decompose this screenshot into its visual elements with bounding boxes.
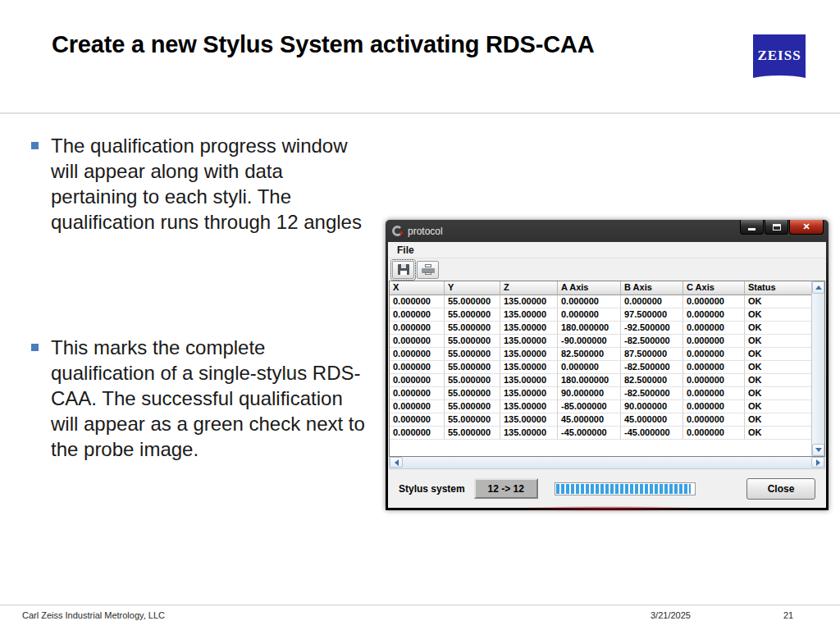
bullet-square-icon xyxy=(31,344,39,351)
table-cell: 0.000000 xyxy=(390,361,445,374)
table-cell: OK xyxy=(745,374,811,387)
stylus-system-label: Stylus system xyxy=(399,483,465,495)
table-cell: 55.000000 xyxy=(445,322,500,335)
table-cell: 97.500000 xyxy=(621,308,683,322)
scroll-up-button[interactable] xyxy=(812,281,824,294)
table-cell: 135.00000 xyxy=(500,400,558,413)
toolbar xyxy=(388,258,826,281)
table-cell: OK xyxy=(745,427,811,440)
table-cell: OK xyxy=(745,295,811,308)
table-cell: OK xyxy=(745,322,811,335)
table-header-row[interactable]: XYZA AxisB AxisC AxisStatus xyxy=(390,281,811,295)
footer-company: Carl Zeiss Industrial Metrology, LLC xyxy=(22,610,165,620)
calypso-app-icon xyxy=(392,226,403,236)
table-cell: 135.00000 xyxy=(500,374,558,387)
table-row[interactable]: 0.00000055.000000135.000000.00000097.500… xyxy=(390,308,811,322)
table-cell: 55.000000 xyxy=(445,308,500,322)
footer-page-number: 21 xyxy=(783,610,793,620)
table-cell: 0.000000 xyxy=(683,413,745,427)
table-row[interactable]: 0.00000055.000000135.000000.0000000.0000… xyxy=(390,295,811,308)
table-cell: 180.000000 xyxy=(558,374,621,387)
table-row[interactable]: 0.00000055.000000135.00000-90.000000-82.… xyxy=(390,335,811,348)
window-title-bar[interactable]: protocol ✕ xyxy=(386,220,829,242)
table-row[interactable]: 0.00000055.000000135.00000180.000000-92.… xyxy=(390,322,811,335)
qualification-progress-bar xyxy=(555,482,696,495)
table-row[interactable]: 0.00000055.000000135.0000045.00000045.00… xyxy=(390,413,811,427)
window-title: protocol xyxy=(408,226,443,237)
bullet-square-icon xyxy=(31,142,39,149)
table-cell: 135.00000 xyxy=(500,322,558,335)
table-cell: -92.500000 xyxy=(621,322,683,335)
table-row[interactable]: 0.00000055.000000135.00000-45.000000-45.… xyxy=(390,427,811,440)
column-header[interactable]: X xyxy=(390,281,445,295)
table-row[interactable]: 0.00000055.000000135.000000.000000-82.50… xyxy=(390,361,811,374)
arrow-right-icon xyxy=(816,459,820,466)
table-cell: 135.00000 xyxy=(500,427,558,440)
close-icon: ✕ xyxy=(802,221,810,232)
close-window-button[interactable]: ✕ xyxy=(789,220,824,235)
table-cell: 87.500000 xyxy=(621,348,683,361)
table-cell: 0.000000 xyxy=(683,400,745,413)
table-cell: 0.000000 xyxy=(683,348,745,361)
table-cell: 0.000000 xyxy=(683,374,745,387)
minimize-button[interactable] xyxy=(740,220,764,235)
column-header[interactable]: Y xyxy=(445,281,500,295)
table-cell: 55.000000 xyxy=(445,348,500,361)
table-cell: 0.000000 xyxy=(683,335,745,348)
table-cell: 82.500000 xyxy=(558,348,621,361)
table-cell: -82.500000 xyxy=(621,387,683,400)
table-cell: -45.000000 xyxy=(621,427,683,440)
column-header[interactable]: Status xyxy=(745,281,811,295)
table-cell: 0.000000 xyxy=(390,374,445,387)
table-cell: 55.000000 xyxy=(445,427,500,440)
table-cell: 0.000000 xyxy=(683,361,745,374)
table-cell: 90.000000 xyxy=(621,400,683,413)
table-row[interactable]: 0.00000055.000000135.00000-85.00000090.0… xyxy=(390,400,811,413)
column-header[interactable]: B Axis xyxy=(621,281,683,295)
print-button[interactable] xyxy=(417,261,439,279)
scroll-right-button[interactable] xyxy=(811,457,824,468)
table-cell: 55.000000 xyxy=(445,374,500,387)
table-cell: -85.000000 xyxy=(558,400,621,413)
footer-date: 3/21/2025 xyxy=(651,610,691,620)
table-cell: 135.00000 xyxy=(500,348,558,361)
table-cell: 135.00000 xyxy=(500,295,558,308)
table-cell: 0.000000 xyxy=(390,387,445,400)
table-cell: 0.000000 xyxy=(390,308,445,322)
column-header[interactable]: Z xyxy=(500,281,558,295)
table-cell: 45.000000 xyxy=(558,413,621,427)
table-cell: 135.00000 xyxy=(500,335,558,348)
table-cell: OK xyxy=(745,361,811,374)
scroll-left-button[interactable] xyxy=(390,457,403,468)
table-cell: 135.00000 xyxy=(500,308,558,322)
table-cell: 0.000000 xyxy=(390,413,445,427)
table-cell: 0.000000 xyxy=(390,335,445,348)
table-row[interactable]: 0.00000055.000000135.0000090.000000-82.5… xyxy=(390,387,811,400)
column-header[interactable]: C Axis xyxy=(683,281,745,295)
menu-file[interactable]: File xyxy=(394,244,418,256)
protocol-window: protocol ✕ File xyxy=(386,220,829,510)
angle-counter: 12 -> 12 xyxy=(474,478,538,499)
table-cell: 90.000000 xyxy=(558,387,621,400)
table-cell: 55.000000 xyxy=(445,335,500,348)
arrow-left-icon xyxy=(395,459,399,466)
maximize-button[interactable] xyxy=(765,220,788,235)
table-cell: OK xyxy=(745,308,811,322)
save-button[interactable] xyxy=(392,261,414,279)
table-cell: -82.500000 xyxy=(621,335,683,348)
scroll-down-button[interactable] xyxy=(812,444,824,456)
close-button[interactable]: Close xyxy=(746,478,815,500)
table-row[interactable]: 0.00000055.000000135.00000180.00000082.5… xyxy=(390,374,811,387)
column-header[interactable]: A Axis xyxy=(558,281,621,295)
table-row[interactable]: 0.00000055.000000135.0000082.50000087.50… xyxy=(390,348,811,361)
vertical-scrollbar[interactable] xyxy=(811,281,824,456)
progress-fill xyxy=(556,484,692,494)
maximize-icon xyxy=(773,224,781,231)
bullet-item-2: This marks the complete qualification of… xyxy=(31,335,369,462)
horizontal-scrollbar[interactable] xyxy=(389,457,825,469)
title-divider xyxy=(0,112,840,114)
table-cell: OK xyxy=(745,335,811,348)
save-icon xyxy=(398,264,409,275)
table-cell: 55.000000 xyxy=(445,295,500,308)
table-cell: 0.000000 xyxy=(621,295,683,308)
